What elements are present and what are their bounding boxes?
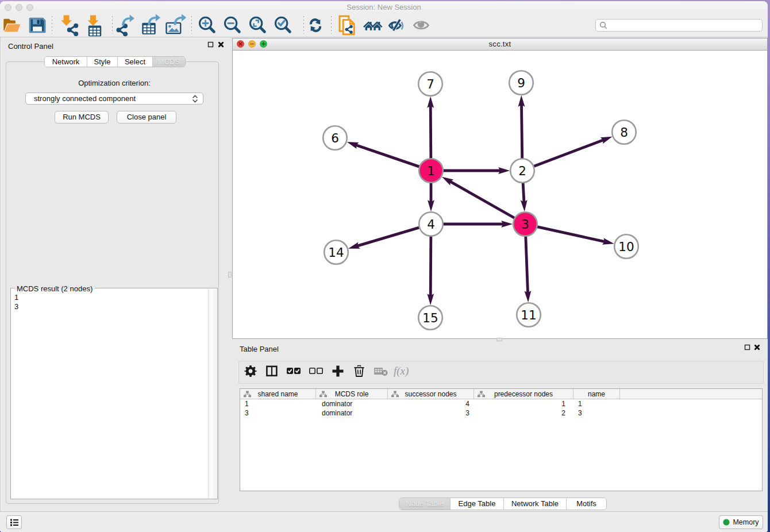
horizontal-splitter-handle[interactable] xyxy=(496,338,502,341)
table-header-row: shared name MCDS role successor nodes pr… xyxy=(240,389,762,399)
hide-details-button[interactable] xyxy=(387,15,408,36)
gear-icon xyxy=(244,365,257,380)
edge-2-9[interactable] xyxy=(521,102,522,159)
export-image-button[interactable] xyxy=(165,15,186,36)
toolbar-separator xyxy=(112,16,113,34)
node-label-8: 8 xyxy=(620,125,628,140)
mcds-result-text[interactable]: 1 3 xyxy=(12,290,208,498)
zoom-in-button[interactable] xyxy=(197,15,217,36)
criterion-dropdown[interactable]: strongly connected component xyxy=(25,92,203,105)
column-header-MCDS-role[interactable]: MCDS role xyxy=(316,389,388,399)
cell: 3 xyxy=(573,408,620,418)
float-panel-icon[interactable] xyxy=(206,40,215,49)
control-panel: Control Panel NetworkStyleSelectMCDS Opt… xyxy=(0,37,225,511)
cell: 2 xyxy=(474,408,573,418)
import-network-button[interactable] xyxy=(59,15,80,36)
zoom-selected-button[interactable] xyxy=(272,15,293,36)
show-details-icon xyxy=(410,13,433,36)
close-table-panel-icon[interactable] xyxy=(753,343,762,352)
home-button[interactable] xyxy=(362,15,383,36)
zoom-out-button[interactable] xyxy=(222,15,242,36)
edge-1-7[interactable] xyxy=(430,103,431,159)
deselect-all-button[interactable] xyxy=(307,364,325,381)
edge-3-1[interactable] xyxy=(448,180,515,219)
edge-1-6[interactable] xyxy=(353,144,420,167)
network-canvas[interactable]: 1234678910111415 xyxy=(233,51,767,338)
export-network-button[interactable] xyxy=(115,15,136,36)
float-table-panel-icon[interactable] xyxy=(743,343,752,352)
toolbar-separator xyxy=(331,16,332,34)
close-panel-button[interactable]: Close panel xyxy=(117,111,176,124)
mcds-result-scrollbar[interactable] xyxy=(208,289,217,498)
column-header-shared-name[interactable]: shared name xyxy=(240,389,316,399)
tab-mcds[interactable]: MCDS xyxy=(152,57,185,67)
cell: 1 xyxy=(573,399,620,408)
task-history-button[interactable] xyxy=(6,515,22,529)
node-label-14: 14 xyxy=(328,245,344,260)
column-header-predecessor-nodes[interactable]: predecessor nodes xyxy=(474,389,573,399)
import-network-icon xyxy=(58,13,81,36)
tab-edge-table[interactable]: Edge Table xyxy=(450,498,503,510)
run-mcds-button[interactable]: Run MCDS xyxy=(55,111,109,124)
export-network-icon xyxy=(114,13,137,36)
column-header-name[interactable]: name xyxy=(573,389,620,399)
node-label-3: 3 xyxy=(521,217,529,232)
cell: 4 xyxy=(388,399,474,408)
split-view-icon xyxy=(265,365,278,380)
edge-2-3[interactable] xyxy=(523,182,524,205)
save-session-icon xyxy=(27,15,47,35)
toolbar-separator xyxy=(303,16,304,34)
share-session-button[interactable] xyxy=(337,15,357,36)
table-toolbar: f(x) xyxy=(238,361,764,384)
edge-3-11[interactable] xyxy=(526,236,528,295)
table-panel-title: Table Panel xyxy=(240,345,279,353)
home-icon xyxy=(361,13,384,36)
select-all-button[interactable] xyxy=(285,364,302,381)
save-session-button[interactable] xyxy=(27,15,48,36)
column-header-successor-nodes[interactable]: successor nodes xyxy=(388,389,474,399)
table-row-0[interactable]: 1dominator411 xyxy=(240,399,762,408)
control-panel-tabs: NetworkStyleSelectMCDS xyxy=(44,56,186,67)
tab-node-table[interactable]: Node Table xyxy=(399,498,450,510)
search-icon xyxy=(599,21,607,29)
node-label-7: 7 xyxy=(426,77,434,91)
tab-network[interactable]: Network xyxy=(45,57,87,67)
edge-4-15[interactable] xyxy=(430,236,431,298)
node-label-10: 10 xyxy=(618,240,634,254)
delete-column-icon xyxy=(352,364,366,380)
tab-select[interactable]: Select xyxy=(117,57,152,67)
tab-network-table[interactable]: Network Table xyxy=(503,498,566,510)
svg-text:f(x): f(x) xyxy=(394,365,409,377)
toolbar-separator xyxy=(52,16,52,34)
column-label: MCDS role xyxy=(335,390,369,398)
edge-3-10[interactable] xyxy=(536,226,607,242)
edge-2-8[interactable] xyxy=(533,139,606,167)
search-field[interactable] xyxy=(595,19,763,32)
memory-button[interactable]: Memory xyxy=(719,515,763,529)
criterion-value: strongly connected component xyxy=(34,94,136,103)
table-tabs: Node TableEdge TableNetwork TableMotifs xyxy=(399,498,607,510)
zoom-fit-icon xyxy=(247,15,267,35)
apply-layout-button[interactable] xyxy=(305,15,326,36)
tab-style[interactable]: Style xyxy=(87,57,117,67)
split-view-button[interactable] xyxy=(263,364,280,381)
status-bar: Memory xyxy=(0,511,768,532)
tab-motifs[interactable]: Motifs xyxy=(566,498,606,510)
node-label-6: 6 xyxy=(331,131,339,145)
zoom-fit-button[interactable] xyxy=(247,15,268,36)
import-table-button[interactable] xyxy=(84,15,105,36)
show-details-button[interactable] xyxy=(411,15,432,36)
network-graph: 1234678910111415 xyxy=(233,51,767,338)
cell: 3 xyxy=(388,408,474,418)
close-panel-icon[interactable] xyxy=(217,40,226,49)
memory-status-icon xyxy=(723,519,730,526)
open-file-button[interactable] xyxy=(2,15,22,36)
edge-4-14[interactable] xyxy=(355,228,420,247)
gear-button[interactable] xyxy=(242,364,259,381)
vertical-splitter-handle[interactable] xyxy=(228,272,232,277)
export-table-button[interactable] xyxy=(140,15,161,36)
table-row-1[interactable]: 3dominator323 xyxy=(240,408,762,418)
delete-column-button[interactable] xyxy=(351,364,368,381)
export-image-icon xyxy=(164,13,187,36)
add-column-button[interactable] xyxy=(329,364,346,381)
